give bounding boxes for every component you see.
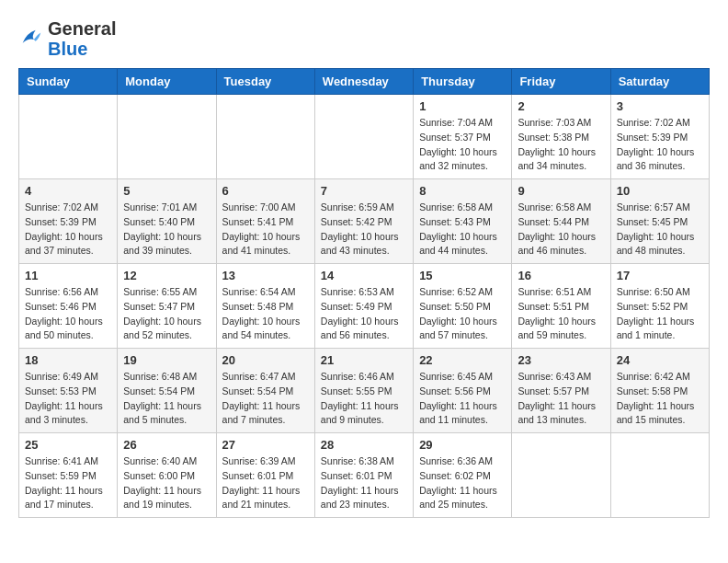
day-number: 25 [25,438,111,452]
day-info: Sunrise: 6:56 AMSunset: 5:46 PMDaylight:… [25,285,111,343]
day-number: 9 [518,184,604,198]
day-info: Sunrise: 6:43 AMSunset: 5:57 PMDaylight:… [518,370,604,428]
calendar-cell: 17Sunrise: 6:50 AMSunset: 5:52 PMDayligh… [610,264,709,349]
day-number: 1 [419,99,506,113]
weekday-header: Saturday [610,69,709,95]
day-info: Sunrise: 6:58 AMSunset: 5:44 PMDaylight:… [518,201,604,259]
logo-text: General Blue [48,18,116,59]
calendar-cell: 28Sunrise: 6:38 AMSunset: 6:01 PMDayligh… [314,433,413,518]
day-info: Sunrise: 6:36 AMSunset: 6:02 PMDaylight:… [419,454,506,512]
calendar-cell: 24Sunrise: 6:42 AMSunset: 5:58 PMDayligh… [610,349,709,433]
day-number: 15 [419,269,506,282]
calendar-week-row: 1Sunrise: 7:04 AMSunset: 5:37 PMDaylight… [19,95,710,179]
day-number: 10 [617,184,703,198]
calendar-cell: 16Sunrise: 6:51 AMSunset: 5:51 PMDayligh… [512,264,610,349]
day-info: Sunrise: 6:38 AMSunset: 6:01 PMDaylight:… [321,454,407,512]
calendar-cell: 2Sunrise: 7:03 AMSunset: 5:38 PMDaylight… [512,95,610,179]
weekday-header: Sunday [19,69,118,95]
day-info: Sunrise: 6:59 AMSunset: 5:42 PMDaylight:… [321,201,407,259]
calendar-cell: 3Sunrise: 7:02 AMSunset: 5:39 PMDaylight… [610,95,709,179]
calendar-cell: 11Sunrise: 6:56 AMSunset: 5:46 PMDayligh… [19,264,118,349]
day-info: Sunrise: 6:42 AMSunset: 5:58 PMDaylight:… [617,370,703,428]
day-info: Sunrise: 6:39 AMSunset: 6:01 PMDaylight:… [222,454,309,512]
calendar-cell: 7Sunrise: 6:59 AMSunset: 5:42 PMDaylight… [314,179,413,264]
calendar-cell: 15Sunrise: 6:52 AMSunset: 5:50 PMDayligh… [414,264,512,349]
logo-icon [18,26,44,52]
day-number: 13 [222,269,309,282]
weekday-header: Monday [118,69,216,95]
day-info: Sunrise: 7:02 AMSunset: 5:39 PMDaylight:… [25,201,111,259]
day-info: Sunrise: 6:58 AMSunset: 5:43 PMDaylight:… [419,201,506,259]
day-number: 27 [222,438,309,452]
day-number: 3 [617,99,703,113]
calendar-cell: 5Sunrise: 7:01 AMSunset: 5:40 PMDaylight… [118,179,216,264]
day-number: 16 [518,269,604,282]
day-info: Sunrise: 6:55 AMSunset: 5:47 PMDaylight:… [123,285,210,343]
calendar-cell: 22Sunrise: 6:45 AMSunset: 5:56 PMDayligh… [414,349,512,433]
day-info: Sunrise: 6:45 AMSunset: 5:56 PMDaylight:… [419,370,506,428]
day-info: Sunrise: 6:48 AMSunset: 5:54 PMDaylight:… [123,370,210,428]
weekday-header: Tuesday [216,69,314,95]
day-info: Sunrise: 6:50 AMSunset: 5:52 PMDaylight:… [617,285,703,343]
calendar-cell: 1Sunrise: 7:04 AMSunset: 5:37 PMDaylight… [414,95,512,179]
day-info: Sunrise: 6:40 AMSunset: 6:00 PMDaylight:… [123,454,210,512]
calendar-cell [610,433,709,518]
day-info: Sunrise: 6:41 AMSunset: 5:59 PMDaylight:… [25,454,111,512]
weekday-header: Friday [512,69,610,95]
header: General Blue [18,18,710,59]
calendar-cell: 10Sunrise: 6:57 AMSunset: 5:45 PMDayligh… [610,179,709,264]
day-number: 8 [419,184,506,198]
calendar-cell: 26Sunrise: 6:40 AMSunset: 6:00 PMDayligh… [118,433,216,518]
calendar-cell: 20Sunrise: 6:47 AMSunset: 5:54 PMDayligh… [216,349,314,433]
day-number: 26 [123,438,210,452]
calendar-week-row: 4Sunrise: 7:02 AMSunset: 5:39 PMDaylight… [19,179,710,264]
day-info: Sunrise: 6:57 AMSunset: 5:45 PMDaylight:… [617,201,703,259]
day-number: 14 [321,269,407,282]
day-info: Sunrise: 6:46 AMSunset: 5:55 PMDaylight:… [321,370,407,428]
calendar-week-row: 18Sunrise: 6:49 AMSunset: 5:53 PMDayligh… [19,349,710,433]
calendar-week-row: 25Sunrise: 6:41 AMSunset: 5:59 PMDayligh… [19,433,710,518]
day-number: 20 [222,353,309,367]
day-number: 12 [123,269,210,282]
calendar-cell: 12Sunrise: 6:55 AMSunset: 5:47 PMDayligh… [118,264,216,349]
day-info: Sunrise: 6:54 AMSunset: 5:48 PMDaylight:… [222,285,309,343]
day-number: 21 [321,353,407,367]
day-number: 4 [25,184,111,198]
calendar-cell: 6Sunrise: 7:00 AMSunset: 5:41 PMDaylight… [216,179,314,264]
day-number: 5 [123,184,210,198]
day-info: Sunrise: 6:53 AMSunset: 5:49 PMDaylight:… [321,285,407,343]
calendar-cell: 18Sunrise: 6:49 AMSunset: 5:53 PMDayligh… [19,349,118,433]
day-number: 7 [321,184,407,198]
day-info: Sunrise: 7:04 AMSunset: 5:37 PMDaylight:… [419,116,506,174]
calendar-cell: 19Sunrise: 6:48 AMSunset: 5:54 PMDayligh… [118,349,216,433]
calendar-cell: 13Sunrise: 6:54 AMSunset: 5:48 PMDayligh… [216,264,314,349]
day-number: 22 [419,353,506,367]
weekday-header-row: SundayMondayTuesdayWednesdayThursdayFrid… [19,69,710,95]
day-number: 17 [617,269,703,282]
logo: General Blue [18,18,116,59]
day-number: 29 [419,438,506,452]
calendar-cell: 21Sunrise: 6:46 AMSunset: 5:55 PMDayligh… [314,349,413,433]
day-number: 2 [518,99,604,113]
day-number: 11 [25,269,111,282]
calendar-cell: 14Sunrise: 6:53 AMSunset: 5:49 PMDayligh… [314,264,413,349]
day-info: Sunrise: 6:51 AMSunset: 5:51 PMDaylight:… [518,285,604,343]
day-info: Sunrise: 7:02 AMSunset: 5:39 PMDaylight:… [617,116,703,174]
weekday-header: Wednesday [314,69,413,95]
calendar-cell: 25Sunrise: 6:41 AMSunset: 5:59 PMDayligh… [19,433,118,518]
day-number: 18 [25,353,111,367]
calendar-cell [512,433,610,518]
day-number: 23 [518,353,604,367]
calendar-cell: 4Sunrise: 7:02 AMSunset: 5:39 PMDaylight… [19,179,118,264]
calendar-week-row: 11Sunrise: 6:56 AMSunset: 5:46 PMDayligh… [19,264,710,349]
calendar-cell: 23Sunrise: 6:43 AMSunset: 5:57 PMDayligh… [512,349,610,433]
calendar-cell: 9Sunrise: 6:58 AMSunset: 5:44 PMDaylight… [512,179,610,264]
day-info: Sunrise: 6:49 AMSunset: 5:53 PMDaylight:… [25,370,111,428]
day-info: Sunrise: 6:52 AMSunset: 5:50 PMDaylight:… [419,285,506,343]
day-info: Sunrise: 6:47 AMSunset: 5:54 PMDaylight:… [222,370,309,428]
calendar-cell [216,95,314,179]
day-number: 19 [123,353,210,367]
day-info: Sunrise: 7:00 AMSunset: 5:41 PMDaylight:… [222,201,309,259]
day-info: Sunrise: 7:01 AMSunset: 5:40 PMDaylight:… [123,201,210,259]
calendar-cell: 8Sunrise: 6:58 AMSunset: 5:43 PMDaylight… [414,179,512,264]
